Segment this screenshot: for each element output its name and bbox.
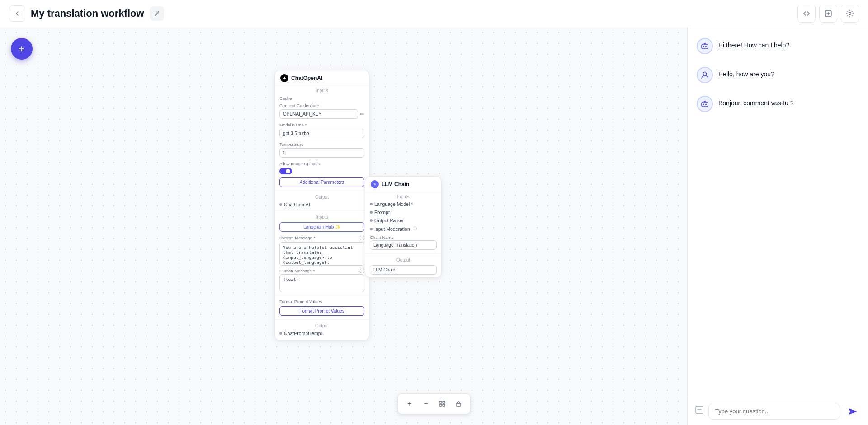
llm-chain-output-select[interactable]: LLM Chain: [370, 265, 437, 275]
settings-button[interactable]: [841, 5, 859, 23]
chat-message-3: Bonjour, comment vas-tu ?: [697, 96, 859, 112]
model-name-select[interactable]: gpt-3.5-turbo: [279, 129, 364, 138]
chatprompt-output-row: ChatPromptTempl...: [275, 329, 369, 337]
back-button[interactable]: [9, 5, 25, 22]
svg-point-13: [705, 104, 707, 105]
llm-chain-node-header: ≡ LLM Chain: [365, 177, 441, 192]
allow-image-uploads-toggle[interactable]: [279, 168, 292, 174]
language-model-row: Language Model *: [365, 200, 441, 208]
system-message-textarea[interactable]: You are a helpful assistant that transla…: [279, 242, 364, 266]
user-avatar-1: [697, 67, 713, 83]
chat-messages: Hi there! How can I help? Hello, how are…: [688, 27, 868, 397]
svg-point-8: [703, 46, 704, 47]
zoom-out-button[interactable]: −: [419, 397, 433, 411]
svg-rect-5: [443, 404, 445, 406]
svg-rect-3: [443, 401, 445, 403]
input-moderation-info: ⓘ: [413, 226, 417, 232]
temperature-input[interactable]: [279, 148, 364, 158]
input-moderation-row: Input Moderation ⓘ: [365, 224, 441, 233]
allow-image-uploads-row: [275, 167, 369, 176]
header-right: [797, 5, 859, 23]
chat-openai-node: ✦ ChatOpenAI Inputs Cache Connect Creden…: [274, 70, 369, 341]
attachment-icon[interactable]: [695, 406, 704, 417]
chatopeanai-output-row: ChatOpenAI: [275, 201, 369, 209]
bot-avatar-1: [697, 38, 713, 54]
chat-input-field[interactable]: [708, 403, 840, 420]
bot-avatar-2: [697, 96, 713, 112]
svg-point-10: [703, 72, 707, 75]
lock-button[interactable]: [451, 397, 466, 411]
chat-message-2: Hello, how are you?: [697, 67, 859, 83]
chat-openai-node-header: ✦ ChatOpenAI: [275, 70, 369, 86]
svg-point-9: [705, 46, 707, 47]
header-left: My translation workflow: [9, 5, 164, 22]
bot-message-2: Bonjour, comment vas-tu ?: [718, 96, 794, 108]
svg-rect-6: [456, 403, 461, 406]
svg-rect-7: [702, 44, 708, 49]
chat-send-button[interactable]: [844, 403, 861, 420]
format-prompt-button[interactable]: Format Prompt Values: [279, 306, 364, 316]
svg-rect-2: [439, 401, 442, 403]
chat-panel: Hi there! How can I help? Hello, how are…: [687, 27, 868, 425]
zoom-in-button[interactable]: +: [402, 397, 417, 411]
prompt-row: Prompt *: [365, 208, 441, 216]
bot-message-1: Hi there! How can I help?: [718, 38, 789, 50]
user-message-1: Hello, how are you?: [718, 67, 774, 79]
svg-point-12: [703, 104, 704, 105]
openai-logo: ✦: [280, 74, 288, 82]
edit-title-button[interactable]: [150, 6, 164, 21]
human-message-textarea[interactable]: {text}: [279, 274, 364, 292]
credential-select[interactable]: OPENAI_API_KEY: [279, 109, 358, 119]
add-node-button[interactable]: +: [11, 38, 33, 60]
human-message-expand[interactable]: ⛶: [360, 268, 364, 273]
system-message-expand[interactable]: ⛶: [360, 235, 364, 240]
svg-point-1: [849, 12, 851, 14]
workflow-canvas[interactable]: + ✦ ChatOpenAI Inputs Cache Connect Cred…: [0, 27, 868, 425]
page-title: My translation workflow: [31, 8, 144, 19]
fit-view-button[interactable]: [435, 397, 449, 411]
credential-edit-btn[interactable]: ✏: [360, 111, 364, 117]
svg-rect-4: [439, 404, 442, 406]
chat-message-1: Hi there! How can I help?: [697, 38, 859, 54]
code-button[interactable]: [797, 5, 816, 23]
llm-chain-node: ≡ LLM Chain Inputs Language Model * Prom…: [365, 176, 442, 278]
additional-params-button[interactable]: Additional Parameters: [279, 177, 364, 187]
langchain-hub-button[interactable]: Langchain Hub ✨: [279, 222, 364, 232]
share-button[interactable]: [819, 5, 837, 23]
llm-logo: ≡: [371, 180, 379, 188]
svg-rect-11: [702, 102, 708, 107]
chain-name-input[interactable]: [370, 240, 437, 250]
canvas-toolbar: + −: [397, 393, 471, 414]
header: My translation workflow: [0, 0, 868, 27]
output-parser-row: Output Parser: [365, 216, 441, 224]
chat-input-area: [688, 397, 868, 425]
svg-rect-14: [696, 406, 703, 414]
